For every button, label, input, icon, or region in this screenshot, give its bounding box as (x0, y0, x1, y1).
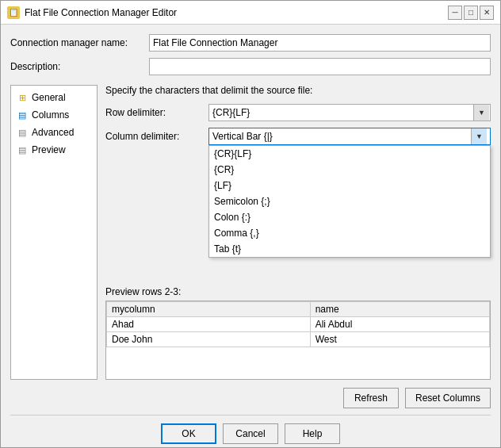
table-row: Ahad Ali Abdul (107, 317, 490, 332)
dialog-buttons: OK Cancel Help (10, 415, 491, 444)
preview-table-header-row: mycolumn name (107, 302, 490, 317)
dropdown-item-tab[interactable]: Tab {t} (209, 241, 490, 257)
sidebar-item-columns-label: Columns (32, 109, 69, 121)
window-body: Connection manager name: Description: ⊞ … (1, 25, 500, 447)
preview-icon: ▤ (16, 144, 29, 156)
row-delimiter-label: Row delimiter: (105, 107, 208, 118)
column-delimiter-row: Column delimiter: Vertical Bar {|} ▼ {CR… (105, 128, 491, 145)
row-delimiter-select[interactable]: {CR}{LF} {CR} {LF} (208, 104, 491, 121)
window-icon-symbol: 📋 (9, 8, 18, 17)
sidebar-item-preview-label: Preview (32, 144, 66, 155)
window-icon: 📋 (7, 6, 20, 19)
help-button[interactable]: Help (285, 423, 340, 444)
column-delimiter-display[interactable]: Vertical Bar {|} ▼ (208, 128, 491, 145)
title-bar: 📋 Flat File Connection Manager Editor ─ … (1, 1, 500, 25)
action-buttons: Refresh Reset Columns (10, 388, 491, 408)
description-row: Description: (10, 58, 491, 75)
sidebar-item-advanced[interactable]: ▤ Advanced (11, 124, 97, 141)
bottom-area: Refresh Reset Columns OK Cancel Help (10, 380, 491, 444)
preview-section: Preview rows 2-3: mycolumn name (105, 286, 491, 380)
minimize-button[interactable]: ─ (448, 6, 462, 20)
sidebar-item-advanced-label: Advanced (32, 127, 74, 138)
preview-table-wrapper: mycolumn name Ahad Ali Abdul D (105, 301, 491, 380)
dropdown-item-crlf[interactable]: {CR}{LF} (209, 146, 490, 162)
dropdown-item-semicolon[interactable]: Semicolon {;} (209, 193, 490, 209)
connection-manager-name-row: Connection manager name: (10, 34, 491, 52)
ok-button[interactable]: OK (161, 423, 216, 444)
content-title: Specify the characters that delimit the … (105, 85, 491, 96)
reset-columns-button[interactable]: Reset Columns (405, 388, 491, 408)
main-window: 📋 Flat File Connection Manager Editor ─ … (0, 0, 501, 448)
sidebar-item-general-label: General (32, 92, 66, 103)
row-delimiter-select-wrapper: {CR}{LF} {CR} {LF} ▼ (208, 104, 491, 121)
advanced-icon: ▤ (16, 126, 29, 139)
preview-table-body: Ahad Ali Abdul Doe John West (107, 317, 490, 347)
column-delimiter-label: Column delimiter: (105, 131, 208, 142)
content-area: Specify the characters that delimit the … (105, 85, 491, 380)
dropdown-item-colon[interactable]: Colon {:} (209, 209, 490, 225)
general-icon: ⊞ (16, 91, 29, 104)
description-input[interactable] (149, 58, 491, 75)
maximize-button[interactable]: □ (464, 6, 478, 20)
title-bar-controls: ─ □ ✕ (448, 6, 494, 20)
cancel-button[interactable]: Cancel (223, 423, 278, 444)
column-delimiter-arrow-icon: ▼ (471, 128, 487, 144)
dropdown-scroll[interactable]: {CR}{LF} {CR} {LF} Semicolon {;} Colon {… (209, 146, 490, 257)
preview-col-mycolumn: mycolumn (107, 302, 311, 317)
column-delimiter-dropdown: {CR}{LF} {CR} {LF} Semicolon {;} Colon {… (208, 145, 491, 258)
preview-cell-ahad: Ahad (107, 317, 311, 332)
preview-table-head: mycolumn name (107, 302, 490, 317)
row-delimiter-row: Row delimiter: {CR}{LF} {CR} {LF} ▼ (105, 104, 491, 121)
description-label: Description: (10, 61, 149, 72)
dropdown-item-cr[interactable]: {CR} (209, 162, 490, 178)
close-button[interactable]: ✕ (480, 6, 494, 20)
window-title: Flat File Connection Manager Editor (25, 7, 443, 18)
connection-manager-name-input[interactable] (149, 34, 491, 52)
preview-cell-doe-john: Doe John (107, 332, 311, 347)
main-area: ⊞ General ▤ Columns ▤ Advanced ▤ Preview (10, 85, 491, 380)
dropdown-item-lf[interactable]: {LF} (209, 178, 490, 193)
sidebar-item-general[interactable]: ⊞ General (11, 89, 97, 106)
preview-cell-ali-abdul: Ali Abdul (310, 317, 489, 332)
dropdown-item-comma[interactable]: Comma {,} (209, 225, 490, 241)
preview-col-name: name (310, 302, 489, 317)
preview-table: mycolumn name Ahad Ali Abdul D (106, 301, 490, 347)
column-delimiter-wrapper: Vertical Bar {|} ▼ {CR}{LF} {CR} {LF} Se… (208, 128, 491, 145)
sidebar-item-preview[interactable]: ▤ Preview (11, 141, 97, 159)
sidebar-item-columns[interactable]: ▤ Columns (11, 106, 97, 124)
connection-manager-name-label: Connection manager name: (10, 37, 149, 48)
preview-cell-west: West (310, 332, 489, 347)
columns-icon: ▤ (16, 109, 29, 121)
column-delimiter-value: Vertical Bar {|} (212, 131, 273, 142)
table-row: Doe John West (107, 332, 490, 347)
sidebar: ⊞ General ▤ Columns ▤ Advanced ▤ Preview (10, 85, 98, 380)
refresh-button[interactable]: Refresh (343, 388, 399, 408)
preview-label: Preview rows 2-3: (105, 286, 491, 297)
